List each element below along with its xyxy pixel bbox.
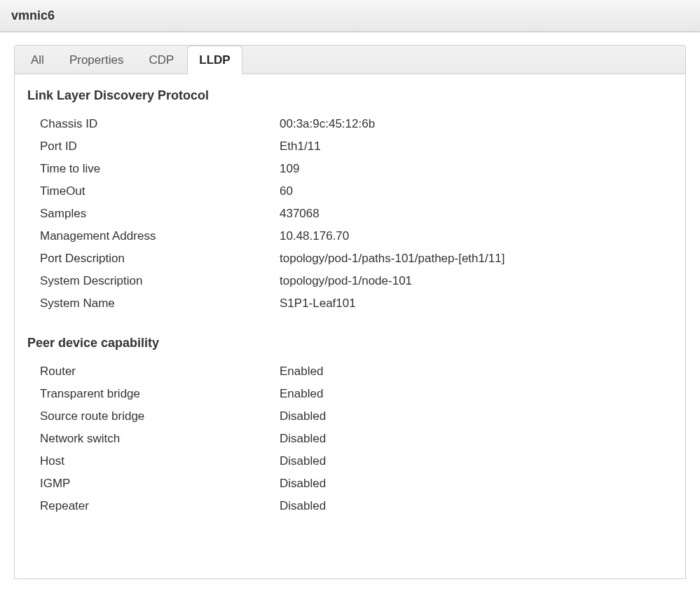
row-sys-name: System Name S1P1-Leaf101 <box>27 292 673 315</box>
label-timeout: TimeOut <box>27 184 280 198</box>
label-transparent-bridge: Transparent bridge <box>27 387 280 401</box>
label-sys-desc: System Description <box>27 274 280 288</box>
label-ttl: Time to live <box>27 162 280 176</box>
row-sys-desc: System Description topology/pod-1/node-1… <box>27 270 673 292</box>
row-port-desc: Port Description topology/pod-1/paths-10… <box>27 247 673 270</box>
tab-bar: All Properties CDP LLDP <box>14 45 686 74</box>
value-router: Enabled <box>280 365 673 379</box>
label-repeater: Repeater <box>27 499 280 513</box>
value-port-desc: topology/pod-1/paths-101/pathep-[eth1/11… <box>280 252 673 266</box>
label-sys-name: System Name <box>27 297 280 311</box>
label-port-desc: Port Description <box>27 252 280 266</box>
row-source-route-bridge: Source route bridge Disabled <box>27 405 673 428</box>
value-igmp: Disabled <box>280 477 673 491</box>
tab-lldp[interactable]: LLDP <box>187 46 242 74</box>
row-port-id: Port ID Eth1/11 <box>27 135 673 158</box>
value-chassis-id: 00:3a:9c:45:12:6b <box>280 117 673 131</box>
content-area: All Properties CDP LLDP Link Layer Disco… <box>0 32 700 607</box>
label-chassis-id: Chassis ID <box>27 117 280 131</box>
value-host: Disabled <box>280 454 673 468</box>
row-ttl: Time to live 109 <box>27 158 673 180</box>
section-title-peer-capability: Peer device capability <box>27 336 673 351</box>
label-mgmt-addr: Management Address <box>27 229 280 243</box>
label-port-id: Port ID <box>27 140 280 154</box>
row-chassis-id: Chassis ID 00:3a:9c:45:12:6b <box>27 113 673 135</box>
label-host: Host <box>27 454 280 468</box>
label-router: Router <box>27 365 280 379</box>
row-repeater: Repeater Disabled <box>27 495 673 517</box>
tab-all[interactable]: All <box>19 46 56 74</box>
label-igmp: IGMP <box>27 477 280 491</box>
value-timeout: 60 <box>280 184 673 198</box>
value-samples: 437068 <box>280 207 673 221</box>
value-mgmt-addr: 10.48.176.70 <box>280 229 673 243</box>
value-sys-desc: topology/pod-1/node-101 <box>280 274 673 288</box>
value-ttl: 109 <box>280 162 673 176</box>
row-transparent-bridge: Transparent bridge Enabled <box>27 383 673 405</box>
value-network-switch: Disabled <box>280 432 673 446</box>
window-title: vmnic6 <box>0 0 700 32</box>
row-router: Router Enabled <box>27 360 673 383</box>
row-igmp: IGMP Disabled <box>27 472 673 495</box>
row-network-switch: Network switch Disabled <box>27 428 673 450</box>
row-timeout: TimeOut 60 <box>27 180 673 203</box>
section-title-lldp: Link Layer Discovery Protocol <box>27 88 673 103</box>
row-mgmt-addr: Management Address 10.48.176.70 <box>27 225 673 247</box>
label-network-switch: Network switch <box>27 432 280 446</box>
value-sys-name: S1P1-Leaf101 <box>280 297 673 311</box>
tab-properties[interactable]: Properties <box>57 46 135 74</box>
row-samples: Samples 437068 <box>27 203 673 225</box>
value-transparent-bridge: Enabled <box>280 387 673 401</box>
label-samples: Samples <box>27 207 280 221</box>
row-host: Host Disabled <box>27 450 673 472</box>
tab-panel-lldp: Link Layer Discovery Protocol Chassis ID… <box>14 74 686 579</box>
value-repeater: Disabled <box>280 499 673 513</box>
value-source-route-bridge: Disabled <box>280 409 673 423</box>
label-source-route-bridge: Source route bridge <box>27 409 280 423</box>
value-port-id: Eth1/11 <box>280 140 673 154</box>
tab-cdp[interactable]: CDP <box>137 46 186 74</box>
